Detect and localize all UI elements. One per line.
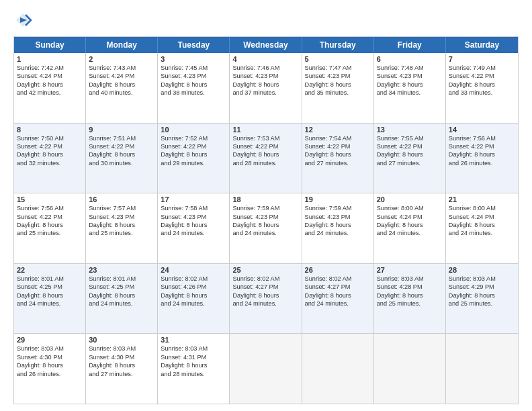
cell-line: and 24 minutes. [305, 300, 371, 308]
cell-line: Sunrise: 7:56 AM [17, 204, 83, 212]
day-cell-26: 26Sunrise: 8:02 AMSunset: 4:27 PMDayligh… [302, 264, 374, 334]
cell-line: and 28 minutes. [232, 159, 298, 167]
cell-line: Sunset: 4:23 PM [232, 72, 298, 80]
cell-line: Daylight: 8 hours [17, 150, 83, 158]
cell-line: and 24 minutes. [161, 229, 226, 237]
day-cell-16: 16Sunrise: 7:57 AMSunset: 4:23 PMDayligh… [86, 193, 158, 263]
cell-line: and 29 minutes. [161, 159, 226, 167]
day-number: 2 [89, 55, 154, 63]
day-number: 19 [305, 195, 371, 203]
cell-line: Daylight: 8 hours [89, 150, 154, 158]
cell-line: Sunrise: 7:59 AM [232, 204, 298, 212]
header-day-tuesday: Tuesday [158, 37, 230, 53]
empty-cell [302, 334, 374, 404]
day-cell-17: 17Sunrise: 7:58 AMSunset: 4:23 PMDayligh… [158, 193, 230, 263]
day-cell-9: 9Sunrise: 7:51 AMSunset: 4:22 PMDaylight… [86, 124, 158, 193]
day-number: 5 [305, 55, 371, 63]
cell-line: Daylight: 8 hours [17, 221, 83, 229]
day-cell-15: 15Sunrise: 7:56 AMSunset: 4:22 PMDayligh… [14, 193, 86, 263]
cell-line: and 38 minutes. [161, 89, 226, 97]
day-number: 30 [89, 336, 154, 344]
cell-line: Sunset: 4:27 PM [305, 283, 371, 291]
empty-cell [374, 334, 446, 404]
cell-line: Sunrise: 8:02 AM [305, 275, 371, 283]
cell-line: Daylight: 8 hours [17, 361, 83, 369]
cell-line: Daylight: 8 hours [377, 150, 443, 158]
day-cell-18: 18Sunrise: 7:59 AMSunset: 4:23 PMDayligh… [230, 193, 302, 263]
day-number: 20 [377, 195, 443, 203]
cell-line: Sunset: 4:30 PM [89, 353, 154, 361]
cell-line: Sunset: 4:22 PM [17, 213, 83, 221]
day-cell-1: 1Sunrise: 7:42 AMSunset: 4:24 PMDaylight… [14, 53, 86, 123]
day-number: 7 [449, 55, 515, 63]
day-cell-4: 4Sunrise: 7:46 AMSunset: 4:23 PMDaylight… [230, 53, 302, 123]
cell-line: Daylight: 8 hours [161, 361, 226, 369]
cell-line: and 33 minutes. [449, 89, 515, 97]
calendar-row-2: 15Sunrise: 7:56 AMSunset: 4:22 PMDayligh… [14, 193, 518, 264]
cell-line: and 24 minutes. [232, 229, 298, 237]
cell-line: Daylight: 8 hours [232, 81, 298, 89]
day-cell-14: 14Sunrise: 7:56 AMSunset: 4:22 PMDayligh… [446, 124, 518, 193]
cell-line: Sunset: 4:26 PM [161, 283, 226, 291]
cell-line: Sunrise: 8:03 AM [377, 275, 443, 283]
day-number: 10 [161, 126, 226, 134]
logo [13, 11, 35, 30]
calendar-header: SundayMondayTuesdayWednesdayThursdayFrid… [14, 37, 518, 53]
cell-line: Sunrise: 7:53 AM [232, 134, 298, 142]
cell-line: Sunrise: 7:54 AM [305, 134, 371, 142]
day-cell-5: 5Sunrise: 7:47 AMSunset: 4:23 PMDaylight… [302, 53, 374, 123]
cell-line: Sunrise: 8:03 AM [161, 345, 226, 353]
cell-line: Sunrise: 7:52 AM [161, 134, 226, 142]
cell-line: and 24 minutes. [232, 300, 298, 308]
day-number: 18 [232, 195, 298, 203]
day-number: 29 [17, 336, 83, 344]
day-cell-25: 25Sunrise: 8:02 AMSunset: 4:27 PMDayligh… [230, 264, 302, 334]
cell-line: and 25 minutes. [17, 229, 83, 237]
cell-line: and 28 minutes. [161, 370, 226, 378]
cell-line: Sunset: 4:29 PM [449, 283, 515, 291]
cell-line: Sunset: 4:23 PM [161, 72, 226, 80]
day-number: 22 [17, 266, 83, 274]
cell-line: Daylight: 8 hours [377, 81, 443, 89]
cell-line: and 27 minutes. [305, 159, 371, 167]
cell-line: and 25 minutes. [377, 300, 443, 308]
cell-line: Sunrise: 7:50 AM [17, 134, 83, 142]
cell-line: Sunrise: 8:03 AM [449, 275, 515, 283]
cell-line: Sunset: 4:22 PM [449, 142, 515, 150]
cell-line: Sunrise: 8:01 AM [17, 275, 83, 283]
cell-line: Sunset: 4:24 PM [89, 72, 154, 80]
cell-line: Sunset: 4:22 PM [377, 142, 443, 150]
cell-line: and 24 minutes. [89, 300, 154, 308]
cell-line: Sunrise: 8:00 AM [449, 204, 515, 212]
day-number: 13 [377, 126, 443, 134]
logo-icon [13, 11, 32, 30]
cell-line: and 34 minutes. [377, 89, 443, 97]
cell-line: Daylight: 8 hours [89, 361, 154, 369]
day-number: 17 [161, 195, 226, 203]
day-cell-2: 2Sunrise: 7:43 AMSunset: 4:24 PMDaylight… [86, 53, 158, 123]
cell-line: and 32 minutes. [17, 159, 83, 167]
cell-line: Sunrise: 7:48 AM [377, 64, 443, 72]
cell-line: and 30 minutes. [89, 159, 154, 167]
cell-line: Sunset: 4:27 PM [232, 283, 298, 291]
empty-cell [446, 334, 518, 404]
cell-line: Sunset: 4:31 PM [161, 353, 226, 361]
day-cell-23: 23Sunrise: 8:01 AMSunset: 4:25 PMDayligh… [86, 264, 158, 334]
cell-line: Daylight: 8 hours [232, 291, 298, 300]
calendar-row-1: 8Sunrise: 7:50 AMSunset: 4:22 PMDaylight… [14, 124, 518, 194]
day-number: 6 [377, 55, 443, 63]
cell-line: Sunrise: 8:03 AM [89, 345, 154, 353]
cell-line: Daylight: 8 hours [89, 291, 154, 300]
day-number: 27 [377, 266, 443, 274]
day-number: 26 [305, 266, 371, 274]
cell-line: Sunrise: 7:49 AM [449, 64, 515, 72]
cell-line: and 40 minutes. [89, 89, 154, 97]
cell-line: Daylight: 8 hours [305, 221, 371, 229]
cell-line: Sunrise: 8:02 AM [161, 275, 226, 283]
cell-line: Sunset: 4:24 PM [17, 72, 83, 80]
cell-line: Daylight: 8 hours [161, 221, 226, 229]
cell-line: Daylight: 8 hours [377, 291, 443, 300]
day-cell-10: 10Sunrise: 7:52 AMSunset: 4:22 PMDayligh… [158, 124, 230, 193]
cell-line: and 26 minutes. [449, 159, 515, 167]
day-cell-20: 20Sunrise: 8:00 AMSunset: 4:24 PMDayligh… [374, 193, 446, 263]
